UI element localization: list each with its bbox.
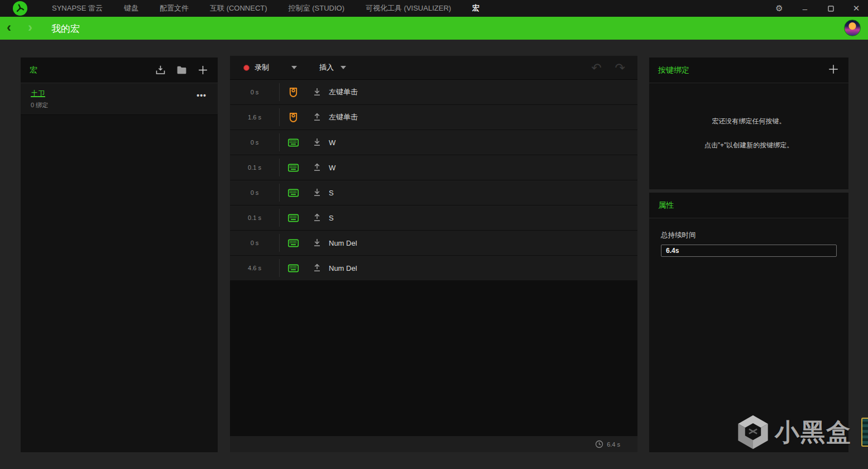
keyboard-icon	[287, 187, 299, 199]
macro-event-row[interactable]: 0.1 s W	[230, 155, 637, 180]
key-binding-panel: 按键绑定 宏还没有绑定任何按键。 点击"+"以创建新的按键绑定。	[649, 58, 848, 189]
menu-item-0[interactable]: SYNAPSE 雷云	[52, 3, 103, 13]
macro-panel-header: 宏	[21, 58, 218, 83]
menu-item-4[interactable]: 控制室 (STUDIO)	[289, 3, 344, 13]
event-delay: 0 s	[230, 89, 279, 95]
settings-gear-icon[interactable]: ⚙	[773, 3, 785, 13]
event-action-label: Num Del	[329, 239, 357, 247]
main-menu: SYNAPSE 雷云键盘配置文件互联 (CONNECT)控制室 (STUDIO)…	[52, 0, 479, 17]
macro-more-button[interactable]: •••	[196, 91, 207, 100]
properties-panel-title: 属性	[658, 200, 674, 210]
key-release-icon	[313, 264, 322, 272]
event-delay: 1.6 s	[230, 114, 279, 121]
macro-binding-count: 0 绑定	[31, 101, 209, 109]
event-delay: 0 s	[230, 189, 279, 196]
total-duration-readout: 6.4 s	[607, 441, 620, 448]
properties-panel-header: 属性	[649, 193, 848, 218]
binding-empty-line2: 点击"+"以创建新的按键绑定。	[649, 141, 848, 150]
macro-name[interactable]: 土卫	[31, 89, 209, 99]
macro-event-row[interactable]: 0.1 s S	[230, 205, 637, 230]
row-divider	[279, 133, 280, 151]
macro-event-row[interactable]: 4.6 s Num Del	[230, 256, 637, 280]
properties-panel: 属性 总持续时间	[649, 193, 848, 452]
macro-event-row[interactable]: 0 s S	[230, 180, 637, 205]
add-binding-button[interactable]	[827, 63, 840, 78]
key-press-icon	[313, 138, 322, 147]
event-action-label: S	[329, 214, 334, 222]
event-delay: 0 s	[230, 240, 279, 246]
row-divider	[279, 259, 280, 277]
redo-icon[interactable]: ↷	[615, 61, 625, 75]
macro-list-panel: 宏 土卫 0 绑定 •••	[21, 58, 218, 452]
keyboard-icon	[287, 262, 299, 274]
razer-synapse-window: SYNAPSE 雷云键盘配置文件互联 (CONNECT)控制室 (STUDIO)…	[0, 0, 868, 469]
add-macro-icon[interactable]	[197, 64, 209, 76]
undo-icon[interactable]: ↶	[591, 61, 601, 75]
macro-event-row[interactable]: 0 s 左键单击	[230, 80, 637, 104]
clock-icon	[595, 440, 603, 448]
binding-panel-header: 按键绑定	[649, 58, 848, 83]
minimize-button[interactable]: –	[799, 4, 811, 13]
row-divider	[279, 234, 280, 252]
menu-item-5[interactable]: 可视化工具 (VISUALIZER)	[366, 3, 451, 13]
event-delay: 0 s	[230, 139, 279, 146]
record-button[interactable]: 录制	[255, 63, 269, 73]
editor-toolbar: 录制 插入 ↶ ↷	[230, 56, 637, 80]
event-delay: 4.6 s	[230, 265, 279, 271]
record-icon[interactable]	[243, 65, 250, 71]
key-release-icon	[313, 213, 322, 222]
binding-panel-title: 按键绑定	[658, 65, 689, 75]
binding-empty-state: 宏还没有绑定任何按键。 点击"+"以创建新的按键绑定。	[649, 83, 848, 150]
macro-panel-title: 宏	[30, 65, 37, 75]
row-divider	[279, 184, 280, 202]
menu-item-2[interactable]: 配置文件	[160, 3, 189, 13]
record-dropdown-caret-icon[interactable]	[291, 66, 297, 69]
key-release-icon	[313, 163, 322, 172]
row-divider	[279, 159, 280, 176]
mouse-icon	[287, 112, 299, 123]
key-press-icon	[313, 238, 322, 247]
macro-event-row[interactable]: 0 s W	[230, 130, 637, 155]
macro-event-row[interactable]: 0 s Num Del	[230, 231, 637, 255]
key-press-icon	[313, 88, 322, 97]
keyboard-icon	[287, 237, 299, 249]
user-avatar[interactable]	[844, 20, 861, 36]
mouse-icon	[287, 87, 299, 98]
window-controls: ⚙ – ✕	[773, 0, 862, 17]
macro-event-list: 0 s 左键单击 1.6 s 左键单击 0 s W 0.1 s W 0 s S …	[230, 80, 637, 280]
event-action-label: 左键单击	[329, 87, 358, 97]
event-delay: 0.1 s	[230, 164, 279, 171]
keyboard-icon	[287, 212, 299, 224]
back-arrow-icon[interactable]: ‹	[7, 21, 11, 34]
import-macro-icon[interactable]	[155, 64, 166, 76]
duration-label: 总持续时间	[661, 231, 848, 240]
menu-item-3[interactable]: 互联 (CONNECT)	[210, 3, 267, 13]
duration-input[interactable]	[661, 245, 837, 257]
event-action-label: S	[329, 189, 334, 197]
titlebar: SYNAPSE 雷云键盘配置文件互联 (CONNECT)控制室 (STUDIO)…	[0, 0, 868, 17]
event-action-label: W	[329, 164, 335, 172]
edge-sticker	[861, 418, 868, 447]
insert-button[interactable]: 插入	[319, 63, 334, 73]
page-header: ‹ › 我的宏	[0, 17, 868, 40]
row-divider	[279, 83, 280, 101]
row-divider	[279, 209, 280, 227]
maximize-button[interactable]	[824, 6, 837, 12]
insert-dropdown-caret-icon[interactable]	[341, 66, 346, 69]
event-action-label: Num Del	[329, 264, 357, 272]
event-delay: 0.1 s	[230, 214, 279, 221]
macro-list-item[interactable]: 土卫 0 绑定 •••	[21, 83, 218, 115]
folder-icon[interactable]	[176, 64, 188, 76]
event-action-label: W	[329, 138, 335, 147]
macro-editor-panel: 录制 插入 ↶ ↷ 0 s 左键单击 1.6 s 左键单击 0 s W 0.1 …	[230, 56, 637, 452]
menu-item-1[interactable]: 键盘	[124, 3, 138, 13]
key-release-icon	[313, 113, 322, 122]
page-title: 我的宏	[51, 22, 80, 35]
macro-event-row[interactable]: 1.6 s 左键单击	[230, 105, 637, 130]
forward-arrow-icon[interactable]: ›	[28, 21, 32, 34]
close-button[interactable]: ✕	[850, 3, 862, 13]
editor-footer: 6.4 s	[230, 436, 637, 452]
menu-item-6[interactable]: 宏	[472, 3, 479, 13]
key-press-icon	[313, 188, 322, 197]
razer-logo-icon[interactable]	[13, 1, 27, 16]
